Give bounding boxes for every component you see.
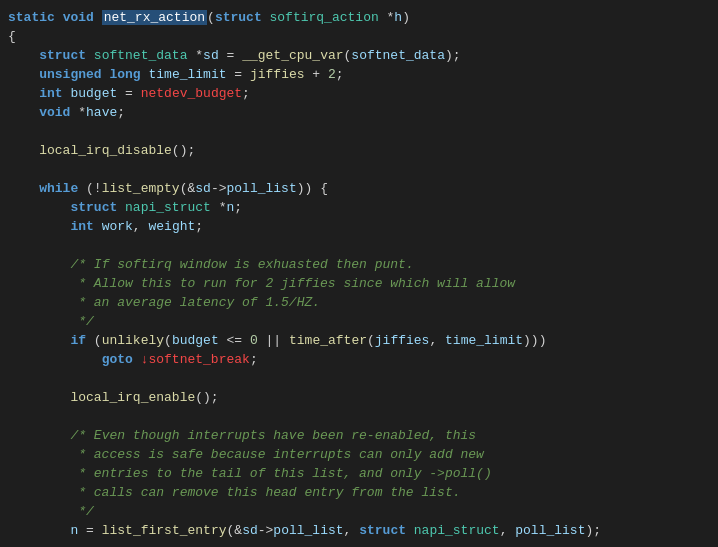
code-line: [0, 160, 718, 179]
line-content: struct softnet_data *sd = __get_cpu_var(…: [8, 46, 718, 65]
line-content: unsigned long time_limit = jiffies + 2;: [8, 65, 718, 84]
line-content: local_irq_enable();: [8, 388, 718, 407]
code-line: * entries to the tail of this list, and …: [0, 464, 718, 483]
code-line: * calls can remove this head entry from …: [0, 483, 718, 502]
line-content: */: [8, 312, 718, 331]
code-line: unsigned long time_limit = jiffies + 2;: [0, 65, 718, 84]
line-content: n = list_first_entry(&sd->poll_list, str…: [8, 521, 718, 540]
code-line: {: [0, 27, 718, 46]
code-line: * Allow this to run for 2 jiffies since …: [0, 274, 718, 293]
line-content: /* If softirq window is exhuasted then p…: [8, 255, 718, 274]
code-line: void *have;: [0, 103, 718, 122]
line-content: * Allow this to run for 2 jiffies since …: [8, 274, 718, 293]
code-line: */: [0, 312, 718, 331]
code-line: struct softnet_data *sd = __get_cpu_var(…: [0, 46, 718, 65]
code-line: while (!list_empty(&sd->poll_list)) {: [0, 179, 718, 198]
line-content: * access is safe because interrupts can …: [8, 445, 718, 464]
code-line: int work, weight;: [0, 217, 718, 236]
line-content: */: [8, 502, 718, 521]
code-line: /* If softirq window is exhuasted then p…: [0, 255, 718, 274]
line-content: {: [8, 27, 718, 46]
code-line: local_irq_disable();: [0, 141, 718, 160]
line-content: * an average latency of 1.5/HZ.: [8, 293, 718, 312]
code-line: n = list_first_entry(&sd->poll_list, str…: [0, 521, 718, 540]
line-content: /* Even though interrupts have been re-e…: [8, 426, 718, 445]
code-line: * an average latency of 1.5/HZ.: [0, 293, 718, 312]
code-line: [0, 236, 718, 255]
line-content: int budget = netdev_budget;: [8, 84, 718, 103]
code-line: [0, 369, 718, 388]
line-content: local_irq_disable();: [8, 141, 718, 160]
code-viewer: static void net_rx_action(struct softirq…: [0, 0, 718, 547]
line-content: * calls can remove this head entry from …: [8, 483, 718, 502]
code-line: goto ​↓softnet_break;: [0, 350, 718, 369]
code-line: [0, 540, 718, 547]
code-line: local_irq_enable();: [0, 388, 718, 407]
line-content: if (unlikely(budget <= 0 || time_after(j…: [8, 331, 718, 350]
code-line: /* Even though interrupts have been re-e…: [0, 426, 718, 445]
code-line: struct napi_struct *n;: [0, 198, 718, 217]
line-content: struct napi_struct *n;: [8, 198, 718, 217]
code-line: */: [0, 502, 718, 521]
line-content: int work, weight;: [8, 217, 718, 236]
code-line: [0, 122, 718, 141]
code-line: * access is safe because interrupts can …: [0, 445, 718, 464]
code-line: if (unlikely(budget <= 0 || time_after(j…: [0, 331, 718, 350]
line-content: * entries to the tail of this list, and …: [8, 464, 718, 483]
line-content: while (!list_empty(&sd->poll_list)) {: [8, 179, 718, 198]
code-line: [0, 407, 718, 426]
line-content: static void net_rx_action(struct softirq…: [8, 8, 718, 27]
line-content: goto ​↓softnet_break;: [8, 350, 718, 369]
code-line: static void net_rx_action(struct softirq…: [0, 8, 718, 27]
line-content: void *have;: [8, 103, 718, 122]
code-line: int budget = netdev_budget;: [0, 84, 718, 103]
